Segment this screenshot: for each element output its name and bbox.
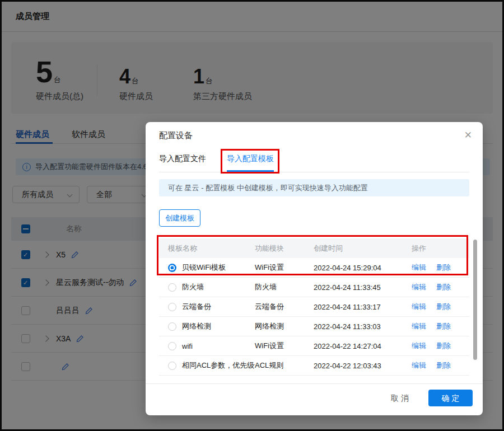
edit-link[interactable]: 编辑 xyxy=(412,263,426,271)
radio-unselected[interactable] xyxy=(168,342,176,350)
edit-link[interactable]: 编辑 xyxy=(412,283,426,291)
template-created: 2022-04-24 11:33:03 xyxy=(314,322,412,331)
template-module: WiFi设置 xyxy=(255,263,314,273)
modal-title: 配置设备 xyxy=(159,130,193,141)
cancel-button[interactable]: 取 消 xyxy=(386,390,413,406)
radio-unselected[interactable] xyxy=(168,362,176,370)
app-window: 成员管理 5台 硬件成员(总) 4台 硬件成员 1台 第三方硬件成员 硬件成员 … xyxy=(0,0,504,431)
footer-divider xyxy=(146,383,483,384)
template-notice: 可在 星云 - 配置模板 中创建模板，即可实现快速导入功能配置 xyxy=(159,179,469,196)
template-name: wifi xyxy=(182,342,193,350)
edit-link[interactable]: 编辑 xyxy=(412,341,426,350)
template-row[interactable]: 网络检测 网络检测 2022-04-24 11:33:03 编辑删除 xyxy=(159,317,469,336)
template-name: 云端备份 xyxy=(182,302,211,312)
delete-link[interactable]: 删除 xyxy=(436,322,451,330)
template-name: 防火墙 xyxy=(182,282,204,292)
template-row[interactable]: wifi WiFi设置 2022-04-22 14:27:04 编辑删除 xyxy=(159,336,469,356)
template-module: 网络检测 xyxy=(255,321,314,331)
template-created: 2022-04-22 12:03:43 xyxy=(314,362,412,370)
table-scrollbar-thumb[interactable] xyxy=(473,240,477,360)
radio-selected[interactable] xyxy=(168,264,176,272)
template-created: 2022-04-24 11:33:45 xyxy=(314,283,412,292)
template-row[interactable]: 相同ACL参数，优先级也=1... ACL规则 2022-04-22 12:03… xyxy=(159,356,469,376)
radio-unselected[interactable] xyxy=(168,303,176,311)
configure-device-modal: 配置设备 ✕ 导入配置文件 导入配置模板 可在 星云 - 配置模板 中创建模板，… xyxy=(146,122,483,415)
edit-link[interactable]: 编辑 xyxy=(412,361,426,369)
delete-link[interactable]: 删除 xyxy=(436,302,451,311)
template-name: 网络检测 xyxy=(182,321,211,331)
template-module: WiFi设置 xyxy=(255,341,314,351)
template-created: 2022-04-24 15:29:04 xyxy=(314,264,412,272)
template-module: 云端备份 xyxy=(255,302,314,312)
template-row[interactable]: 防火墙 防火墙 2022-04-24 11:33:45 编辑删除 xyxy=(159,278,469,297)
col-module: 功能模块 xyxy=(255,243,314,254)
create-template-button[interactable]: 创建模板 xyxy=(159,209,200,227)
col-template-name: 模板名称 xyxy=(159,243,255,254)
edit-link[interactable]: 编辑 xyxy=(412,302,426,311)
col-actions: 操作 xyxy=(412,243,469,254)
radio-unselected[interactable] xyxy=(168,283,176,292)
template-created: 2022-04-22 14:27:04 xyxy=(314,342,412,350)
template-created: 2022-04-24 11:33:17 xyxy=(314,303,412,311)
template-name: 相同ACL参数，优先级也=1... xyxy=(182,360,255,371)
template-module: 防火墙 xyxy=(255,282,314,292)
edit-link[interactable]: 编辑 xyxy=(412,322,426,330)
radio-unselected[interactable] xyxy=(168,322,176,331)
template-name: 贝锐WiFi模板 xyxy=(182,263,226,273)
template-table-header: 模板名称 功能模块 创建时间 操作 xyxy=(159,238,469,258)
template-row[interactable]: 云端备份 云端备份 2022-04-24 11:33:17 编辑删除 xyxy=(159,297,469,317)
confirm-button[interactable]: 确 定 xyxy=(428,390,473,406)
template-row[interactable]: 贝锐WiFi模板 WiFi设置 2022-04-24 15:29:04 编辑删除 xyxy=(159,258,469,278)
template-module: ACL规则 xyxy=(255,360,314,371)
delete-link[interactable]: 删除 xyxy=(436,361,451,369)
close-icon[interactable]: ✕ xyxy=(464,129,472,141)
delete-link[interactable]: 删除 xyxy=(436,263,451,271)
col-created: 创建时间 xyxy=(314,243,412,254)
delete-link[interactable]: 删除 xyxy=(436,283,451,291)
tab-divider xyxy=(159,172,469,172)
tab-import-config-template[interactable]: 导入配置模板 xyxy=(227,154,274,164)
delete-link[interactable]: 删除 xyxy=(436,341,451,350)
tab-import-config-file[interactable]: 导入配置文件 xyxy=(159,154,206,164)
